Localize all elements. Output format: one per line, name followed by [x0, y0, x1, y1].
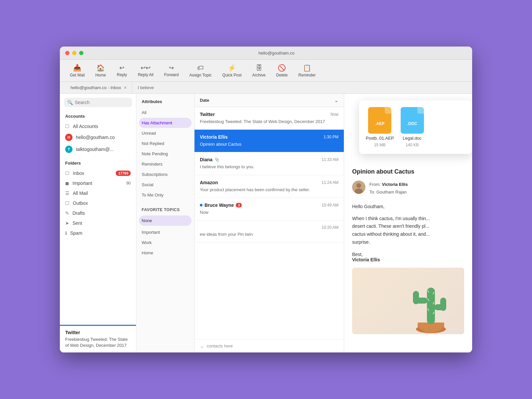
reply-all-button[interactable]: ↩↩ Reply All [133, 62, 158, 79]
aep-filename: Postb..01.AEP [366, 136, 394, 141]
account-hello[interactable]: H hello@goutham.co [60, 131, 136, 143]
search-input[interactable] [75, 100, 129, 105]
folder-important[interactable]: ◼ Important 90 [60, 178, 136, 188]
tab-preview-text: I believe [138, 85, 154, 90]
reminder-label: Reminder [298, 73, 316, 77]
email-items: Twitter Now Freebiesbug Tweeted: The Sta… [195, 107, 344, 339]
filter-all[interactable]: All [136, 107, 194, 118]
email-list: Date ⌄ Twitter Now Freebiesbug Tweeted: … [195, 94, 344, 352]
email-item-pinterest[interactable]: 10:20 AM ew ideas from your Pin twin [195, 220, 344, 242]
reply-icon: ↩ [119, 64, 124, 71]
body-line-4: cactus without thinking about it, and... [352, 230, 464, 238]
tab-bar: hello@goutham.co - Inbox × I believe [60, 82, 472, 94]
tab-close-icon[interactable]: × [124, 85, 127, 91]
doc-filename: Legal.doc [403, 136, 421, 141]
email-item-bruce[interactable]: Bruce Wayne 3 10:49 AM Now [195, 198, 344, 220]
attachment-doc[interactable]: .DOC Legal.doc 140 KB [401, 107, 424, 147]
svg-point-2 [355, 189, 363, 194]
email-item-diana[interactable]: Diana 📎 11:33 AM I believe this belongs … [195, 152, 344, 175]
filter-to-me-only[interactable]: To Me Only [136, 190, 194, 200]
delete-button[interactable]: 🚫 Delete [272, 62, 293, 79]
email-item-victoria[interactable]: Victoria Ellis 1:30 PM Opinion about Cac… [195, 130, 344, 152]
get-mail-button[interactable]: 📥 Get Mail [65, 62, 89, 79]
email-preview-diana: I believe this belongs to you. [200, 164, 338, 170]
filter-unread[interactable]: Unread [136, 128, 194, 138]
email-time-amazon: 11:24 AM [322, 180, 338, 185]
search-box[interactable]: 🔍 [64, 98, 132, 107]
reply-button[interactable]: ↩ Reply [112, 62, 132, 79]
folders-section-title: Folders [60, 159, 136, 168]
reminder-button[interactable]: 📋 Reminder [294, 62, 320, 79]
sort-arrow-icon[interactable]: ⌄ [334, 97, 338, 103]
folder-allmail[interactable]: ☰ All Mail [60, 188, 136, 198]
contacts-bar: ⌄ contacts here [195, 339, 344, 352]
topics-section: Favorite Topics None Important Work Home [136, 205, 194, 258]
main-area: 🔍 Accounts ☐ All Accounts H hello@goutha… [60, 94, 472, 352]
titlebar-email: hello@goutham.co [258, 51, 295, 56]
folder-spam[interactable]: ℹ Spam [60, 228, 136, 238]
home-label: Home [95, 73, 106, 77]
close-button[interactable] [65, 51, 69, 55]
folder-inbox[interactable]: ☐ Inbox 17789 [60, 168, 136, 178]
important-icon: ◼ [65, 181, 69, 186]
attachment-popup: .AEP Postb..01.AEP 15 MB .DOC Legal.doc … [359, 100, 472, 154]
minimize-button[interactable] [72, 51, 76, 55]
email-item-amazon[interactable]: Amazon 11:24 AM Your product placement h… [195, 175, 344, 198]
all-accounts-item[interactable]: ☐ All Accounts [60, 121, 136, 131]
filter-note-pending[interactable]: Note Pending [136, 149, 194, 159]
doc-ext: .DOC [407, 121, 417, 126]
svg-point-1 [356, 183, 361, 188]
unread-dot-bruce [200, 204, 202, 206]
svg-rect-7 [413, 291, 419, 304]
forward-button[interactable]: ↪ Forward [159, 62, 183, 79]
filter-subscriptions[interactable]: Subscriptions [136, 169, 194, 180]
filter-panel-title: Attributes [136, 99, 194, 107]
email-preview-panel: Twitter Freebiesbug Tweeted: The State o… [60, 325, 136, 352]
maximize-button[interactable] [79, 51, 83, 55]
filter-topic-work[interactable]: Work [136, 237, 194, 248]
quick-post-button[interactable]: ⚡ Quick Post [218, 62, 246, 79]
reminder-icon: 📋 [303, 64, 311, 72]
sent-icon: ➤ [65, 220, 69, 226]
filter-panel: Attributes All Has Attachment Unread Not… [136, 94, 195, 352]
drafts-icon: ✎ [65, 210, 69, 216]
reply-all-label: Reply All [138, 72, 154, 77]
assign-topic-button[interactable]: 🏷 Assign Topic [185, 62, 216, 79]
toolbar: 📥 Get Mail 🏠 Home ↩ Reply ↩↩ Reply All ↪… [60, 60, 472, 82]
spam-icon: ℹ [65, 230, 67, 236]
inbox-tab[interactable]: hello@goutham.co - Inbox × [65, 82, 132, 93]
reading-meta: From: Victoria Ellis To: Goutham Rajan [352, 181, 464, 196]
email-sender-amazon: Amazon [200, 180, 218, 185]
filter-reminders[interactable]: Reminders [136, 159, 194, 169]
reading-signature: Best, Victoria Ellis [352, 252, 464, 262]
home-button[interactable]: 🏠 Home [91, 62, 111, 79]
filter-topic-important[interactable]: Important [136, 227, 194, 237]
allmail-icon: ☰ [65, 191, 69, 196]
sender-avatar [352, 181, 365, 194]
sign-off: Best, [352, 252, 464, 257]
filter-social[interactable]: Social [136, 180, 194, 190]
get-mail-icon: 📥 [73, 64, 81, 72]
email-item-twitter[interactable]: Twitter Now Freebiesbug Tweeted: The Sta… [195, 107, 344, 130]
attachment-aep[interactable]: .AEP Postb..01.AEP 15 MB [366, 107, 394, 147]
sidebar: 🔍 Accounts ☐ All Accounts H hello@goutha… [60, 94, 136, 352]
body-line-0: Hello Goutham, [352, 203, 464, 211]
body-line-2: When I think cactus, I'm usually thin... [352, 215, 464, 223]
filter-topic-home[interactable]: Home [136, 248, 194, 258]
to-label: To: [369, 190, 375, 195]
folder-sent[interactable]: ➤ Sent [60, 218, 136, 228]
filter-topic-none[interactable]: None [139, 215, 192, 226]
archive-icon: 🗄 [256, 64, 262, 72]
inbox-label: Inbox [73, 171, 112, 176]
archive-button[interactable]: 🗄 Archive [248, 62, 270, 79]
account-hello-label: hello@goutham.co [76, 135, 115, 140]
email-time-pinterest: 10:20 AM [322, 225, 338, 230]
reading-from-to: From: Victoria Ellis To: Goutham Rajan [369, 181, 408, 196]
important-label: Important [72, 181, 123, 186]
delete-icon: 🚫 [278, 64, 286, 72]
folder-outbox[interactable]: ☐ Outbox [60, 198, 136, 208]
account-talk[interactable]: T talktogoutham@... [60, 143, 136, 155]
filter-has-attachment[interactable]: Has Attachment [139, 118, 192, 128]
folder-drafts[interactable]: ✎ Drafts [60, 208, 136, 218]
filter-not-replied[interactable]: Not Replied [136, 138, 194, 149]
